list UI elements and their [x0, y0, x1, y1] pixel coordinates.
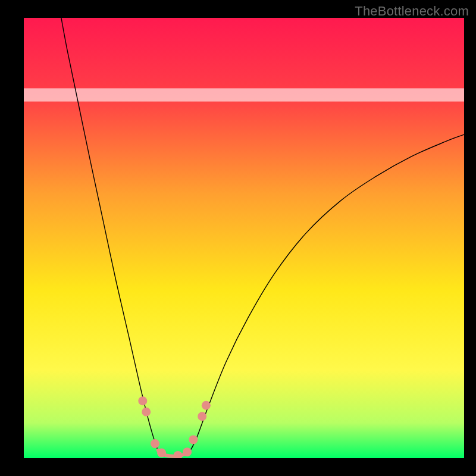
marker-markers-7	[198, 412, 206, 421]
marker-markers-3	[157, 449, 166, 458]
marker-markers-5	[183, 447, 192, 456]
watermark-label: TheBottleneck.com	[355, 4, 469, 19]
highlight-band	[24, 88, 464, 101]
marker-markers-0	[138, 396, 147, 405]
chart-frame: TheBottleneck.com	[0, 0, 476, 476]
marker-markers-8	[202, 401, 211, 410]
marker-markers-1	[142, 408, 151, 416]
marker-markers-6	[189, 435, 198, 444]
marker-markers-2	[151, 439, 159, 448]
gradient-background	[24, 18, 464, 458]
plot-area	[24, 18, 464, 458]
chart-svg	[24, 18, 464, 458]
